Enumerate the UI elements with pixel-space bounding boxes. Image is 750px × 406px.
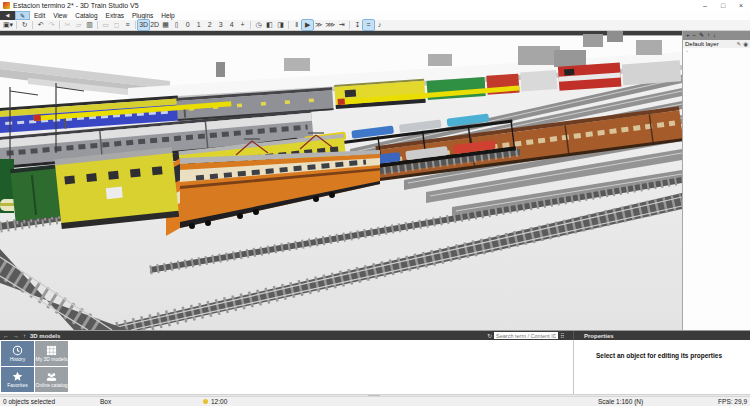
event-timer-button[interactable]: ◷ [253, 20, 264, 30]
redo-button[interactable]: ↷ [46, 20, 57, 30]
menu-catalog[interactable]: Catalog [71, 11, 101, 20]
volume-button[interactable]: ♪ [374, 20, 385, 30]
view-manager-button[interactable]: ◧ [264, 20, 275, 30]
camera-4-button[interactable]: 4 [226, 20, 237, 30]
toolbar-separator [32, 21, 33, 29]
scale-indicator: Scale 1:160 (N) [598, 398, 643, 405]
search-input[interactable] [494, 332, 558, 339]
move-layer-up-button[interactable]: ↑ [707, 31, 710, 40]
app-logo-icon [3, 2, 10, 9]
3d-viewport[interactable] [0, 31, 682, 330]
grid-button[interactable]: ▦ [160, 20, 171, 30]
toolbar-separator [288, 21, 289, 29]
layer-edit-pencil-icon[interactable]: ✎ [737, 41, 742, 47]
move-layer-down-button[interactable]: ↓ [713, 31, 716, 40]
close-button[interactable]: × [732, 0, 750, 11]
title-bar: Estacion termino 2* - 3D Train Studio V5… [0, 0, 750, 11]
train-green-wagon[interactable] [0, 159, 61, 221]
minimize-button[interactable]: – [696, 0, 714, 11]
cut-button[interactable]: ✂ [62, 20, 73, 30]
layers-panel: +−✎↑↓ Default layer ✎ ◉ - [682, 31, 750, 330]
pause-button[interactable]: ‖ [291, 20, 302, 30]
speed-toggle-button[interactable]: = [363, 20, 374, 30]
app-window: Estacion termino 2* - 3D Train Studio V5… [0, 0, 750, 406]
main-area: +−✎↑↓ Default layer ✎ ◉ - [0, 31, 750, 330]
window-controls: – □ × [696, 0, 750, 11]
faster-forward-button[interactable]: ⋙ [324, 20, 336, 30]
toolbar-separator [59, 21, 60, 29]
window-title: Estacion termino 2* - 3D Train Studio V5 [13, 2, 139, 9]
save-button[interactable]: ▣▾ [2, 20, 14, 30]
view-3d-button[interactable]: 3D [138, 20, 149, 30]
catalog-back-button[interactable]: ← [3, 333, 9, 339]
menu-bar: ◀ ✎ EditViewCatalogExtrasPluginsHelp [0, 11, 750, 20]
toolbar-separator [250, 21, 251, 29]
toolbar-separator [97, 21, 98, 29]
catalog-up-button[interactable]: ↑ [23, 333, 26, 339]
top-edge-structure [0, 31, 682, 35]
object-list-button[interactable]: ≡ [122, 20, 133, 30]
copy-button[interactable]: ▱ [73, 20, 84, 30]
selection-count: 0 objects selected [3, 398, 55, 405]
camera-2-button[interactable]: 2 [204, 20, 215, 30]
tile-online-catalog[interactable]: Online catalog [35, 367, 68, 392]
tile-favorites[interactable]: Favorites [1, 367, 34, 392]
add-layer-button[interactable]: + [686, 31, 690, 40]
view-2d-button[interactable]: 2D [149, 20, 160, 30]
play-button[interactable]: ▶ [302, 20, 313, 30]
tile-my-3d-models[interactable]: My 3D models [35, 341, 68, 366]
remove-layer-button[interactable]: − [693, 31, 697, 40]
grid-view-toggle-icon[interactable]: ⠿ [560, 332, 564, 339]
toolbar-separator [16, 21, 17, 29]
paste-button[interactable]: ▥ [84, 20, 95, 30]
catalog-forward-button[interactable]: → [13, 333, 19, 339]
current-tool-label: Box [100, 398, 111, 405]
fast-forward-button[interactable]: ≫ [313, 20, 324, 30]
menu-plugins[interactable]: Plugins [128, 11, 157, 20]
reset-camera-button[interactable]: ↻ [19, 20, 30, 30]
simulation-time: 12:00 [211, 398, 227, 405]
layer-height-button[interactable]: ▯ [171, 20, 182, 30]
3d-scene-render [0, 31, 682, 330]
fps-indicator: FPS: 29,9 [718, 398, 747, 405]
maximize-button[interactable]: □ [714, 0, 732, 11]
edit-layer-button[interactable]: ✎ [699, 31, 704, 40]
layer-row-default[interactable]: Default layer ✎ ◉ [683, 40, 750, 48]
people-icon [46, 371, 57, 382]
skip-end-button[interactable]: ⇥ [336, 20, 347, 30]
grid-icon [46, 345, 57, 356]
properties-header: Properties [573, 331, 750, 340]
search-cluster: ↻ ⠿ [487, 331, 564, 340]
tile-history[interactable]: History [1, 341, 34, 366]
menu-view[interactable]: View [49, 11, 71, 20]
layer-visibility-eye-icon[interactable]: ◉ [743, 41, 748, 47]
undo-button[interactable]: ↶ [35, 20, 46, 30]
back-arrow-button[interactable]: ◀ [0, 11, 15, 20]
toolbar-separator [349, 21, 350, 29]
catalog-header: ← → ↑ 3D models ↻ ⠿ Properties [0, 331, 750, 340]
menu-items: EditViewCatalogExtrasPluginsHelp [30, 11, 179, 20]
edit-tool-pencil-button[interactable]: ✎ [15, 11, 30, 20]
import-button[interactable]: ↧ [352, 20, 363, 30]
catalog-body: History My 3D models Favorites Online ca… [0, 340, 750, 394]
menu-help[interactable]: Help [157, 11, 178, 20]
layer-name: Default layer [685, 41, 735, 47]
ungroup-button[interactable]: ◻ [111, 20, 122, 30]
camera-3-button[interactable]: 3 [215, 20, 226, 30]
status-bar: 0 objects selected Box 12:00 Scale 1:160… [0, 396, 750, 406]
train-yellow-van[interactable] [54, 147, 179, 229]
menu-edit[interactable]: Edit [30, 11, 49, 20]
camera-0-button[interactable]: 0 [182, 20, 193, 30]
toolbar-separator [135, 21, 136, 29]
camera-1-button[interactable]: 1 [193, 20, 204, 30]
menu-extras[interactable]: Extras [102, 11, 128, 20]
layers-toolbar: +−✎↑↓ [683, 31, 750, 40]
properties-empty-message: Select an object for editing its propert… [573, 340, 750, 394]
camera-add-button[interactable]: + [237, 20, 248, 30]
clock-icon [12, 345, 23, 356]
star-icon [12, 371, 23, 382]
daytime-sun-icon [203, 399, 208, 404]
refresh-icon[interactable]: ↻ [487, 332, 492, 339]
camera-view-button[interactable]: ◨ [275, 20, 286, 30]
group-button[interactable]: ▭ [100, 20, 111, 30]
